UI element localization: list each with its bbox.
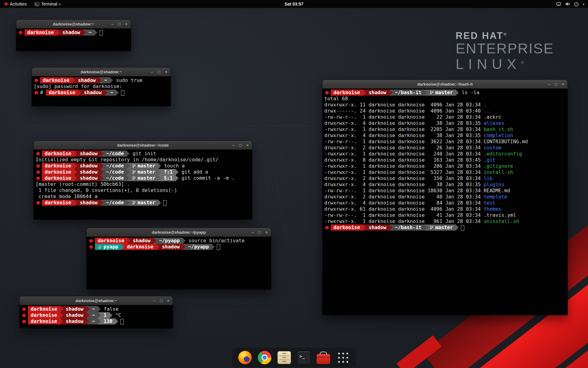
close-button[interactable]: × xyxy=(562,82,564,86)
powerline-arrow-icon xyxy=(389,224,392,231)
terminal-window[interactable]: darknoise@shadow:~/pyapp – □ × darknoise… xyxy=(87,228,271,289)
clock[interactable]: Sat 03:57 xyxy=(285,2,303,6)
prompt-segment: shadow xyxy=(366,224,389,231)
powerline-arrow-icon xyxy=(158,175,161,181)
maximize-button[interactable]: □ xyxy=(555,82,557,86)
terminal-window[interactable]: darknoise@shadow:~ – □ × darknoiseshadow… xyxy=(32,67,171,106)
display-icon[interactable] xyxy=(556,2,561,6)
titlebar[interactable]: darknoise@shadow:~/bash-it – □ × xyxy=(322,80,567,89)
terminal-line: drwxrwxr-x. 8 darknoise darknoise 163 Ja… xyxy=(324,157,566,163)
terminal-window[interactable]: darknoise@shadow:~ – □ × darknoiseshadow… xyxy=(20,296,173,328)
maximize-button[interactable]: □ xyxy=(239,143,242,148)
powerline-arrow-icon xyxy=(78,90,81,96)
powerline-arrow-icon xyxy=(98,318,101,324)
chrome-dock-button[interactable] xyxy=(257,350,272,365)
prompt-segment: ~ xyxy=(89,312,98,318)
prompt-segment: ~/code xyxy=(104,169,127,175)
terminal-line: drwxrwxr-x. 4 darknoise darknoise 38 Jan… xyxy=(324,120,566,126)
terminal-window[interactable]: darknoise@shadow:~ – □ × darknoiseshadow… xyxy=(16,20,131,51)
terminal-line: drwxrwxr-x. 2 darknoise darknoise 150 Ja… xyxy=(324,175,566,182)
close-button[interactable]: × xyxy=(246,143,249,148)
window-title: darknoise@shadow:~/pyapp xyxy=(152,230,206,235)
terminal-line: drwxrwxr-x. 61 darknoise darknoise 4096 … xyxy=(324,206,566,212)
titlebar[interactable]: darknoise@shadow:~/pyapp – □ × xyxy=(87,228,271,237)
minimize-button[interactable]: – xyxy=(111,22,113,26)
app-menu-label: Terminal xyxy=(41,2,57,6)
titlebar[interactable]: darknoise@shadow:~ – □ × xyxy=(20,296,173,305)
terminal-line: # darknoiseshadow~ xyxy=(34,90,169,96)
powerline-arrow-icon xyxy=(109,312,112,318)
minimize-button[interactable]: – xyxy=(232,143,235,148)
prompt-segment: shadow xyxy=(159,244,183,250)
terminal-text: plugins xyxy=(484,182,504,188)
prompt-segment: master xyxy=(130,163,158,169)
titlebar[interactable]: darknoise@shadow:~/code – □ × xyxy=(34,141,252,150)
minimize-button[interactable]: – xyxy=(151,70,153,74)
terminal-line: Initialized empty Git repository in /hom… xyxy=(36,157,250,163)
minimize-button[interactable]: – xyxy=(251,230,254,235)
dock xyxy=(232,348,356,367)
terminal-text: -rwxrwxr-x. 1 darknoise darknoise 5327 J… xyxy=(324,169,484,175)
close-button[interactable]: × xyxy=(125,22,127,26)
window-title: darknoise@shadow:~ xyxy=(76,298,117,303)
terminal-text: . xyxy=(484,102,487,108)
titlebar[interactable]: darknoise@shadow:~ – □ × xyxy=(16,20,131,29)
volume-icon[interactable] xyxy=(565,2,570,6)
powerline-arrow-icon xyxy=(121,244,124,250)
top-bar: Activities Terminal ▾ Sat 03:57 ▾ xyxy=(0,0,588,8)
prompt-segment: darknoise xyxy=(28,306,60,312)
files-dock-button[interactable] xyxy=(277,350,292,365)
terminal-line: darknoiseshadow~/codemaster xyxy=(36,200,250,206)
terminal-window[interactable]: darknoise@shadow:~/code – □ × darknoises… xyxy=(34,141,252,219)
firefox-dock-button[interactable] xyxy=(238,350,252,365)
terminal-content[interactable]: darknoiseshadow~ falsedarknoiseshadow~1 … xyxy=(20,305,173,328)
maximize-button[interactable]: □ xyxy=(160,298,163,303)
terminal-line: darknoiseshadow~/bash-itmaster ls -la xyxy=(324,90,566,96)
terminal-window[interactable]: darknoise@shadow:~/bash-it – □ × darknoi… xyxy=(322,80,567,315)
terminal-line: -rwxrwxr-x. 1 darknoise darknoise 961 Ja… xyxy=(324,218,566,224)
prompt-segment: ~/pyapp xyxy=(186,244,212,250)
powerline-arrow-icon xyxy=(74,175,77,181)
minimize-button[interactable]: – xyxy=(548,82,550,86)
terminal-content[interactable]: darknoiseshadow~ sudo true[sudo] passwor… xyxy=(32,76,171,106)
terminal-text: lib xyxy=(484,175,492,182)
chevron-down-icon[interactable]: ▾ xyxy=(583,2,584,6)
close-button[interactable]: × xyxy=(165,70,167,74)
distro-icon xyxy=(89,245,93,249)
maximize-button[interactable]: □ xyxy=(158,70,160,74)
terminal-content[interactable]: darknoiseshadow~/code git initInitialize… xyxy=(34,150,252,219)
powerline-arrow-icon xyxy=(175,169,179,175)
powerline-arrow-icon xyxy=(175,175,179,181)
terminal-dock-button[interactable] xyxy=(296,350,311,365)
terminal-content[interactable]: darknoiseshadow~/bash-itmaster ls -latot… xyxy=(322,89,567,315)
powerline-arrow-icon xyxy=(183,244,186,250)
distro-icon xyxy=(22,307,26,311)
close-button[interactable]: × xyxy=(265,230,268,235)
toolbox-dock-button[interactable] xyxy=(316,350,331,365)
titlebar[interactable]: darknoise@shadow:~ – □ × xyxy=(32,67,171,76)
maximize-button[interactable]: □ xyxy=(118,22,121,26)
powerline-arrow-icon xyxy=(74,169,77,175)
powerline-arrow-icon xyxy=(74,200,77,206)
terminal-content[interactable]: darknoiseshadow~ xyxy=(16,29,131,51)
powerline-arrow-icon xyxy=(116,90,119,96)
power-icon[interactable] xyxy=(574,2,579,6)
minimize-button[interactable]: – xyxy=(153,298,155,303)
toolbox-icon xyxy=(317,354,330,364)
terminal-line: darknoiseshadow~/pyapp source bin/activa… xyxy=(89,238,269,244)
distro-icon xyxy=(325,226,329,230)
git-branch-icon xyxy=(132,170,136,174)
activities-button[interactable]: Activities xyxy=(2,0,28,8)
distro-icon xyxy=(36,201,40,205)
app-grid-dock-button[interactable] xyxy=(336,350,350,365)
window-title: darknoise@shadow:~ xyxy=(53,22,94,26)
prompt-segment: darknoise xyxy=(331,90,363,96)
terminal-content[interactable]: darknoiseshadow~/pyapp source bin/activa… xyxy=(87,237,271,289)
maximize-button[interactable]: □ xyxy=(258,230,261,235)
close-button[interactable]: × xyxy=(167,298,169,303)
distro-icon xyxy=(325,91,329,95)
prompt-segment: master xyxy=(130,200,158,206)
powerline-arrow-icon xyxy=(60,306,63,312)
terminal-line: darknoiseshadow~/codemaster?:1 git add a xyxy=(36,169,250,175)
app-menu[interactable]: Terminal ▾ xyxy=(33,0,62,8)
